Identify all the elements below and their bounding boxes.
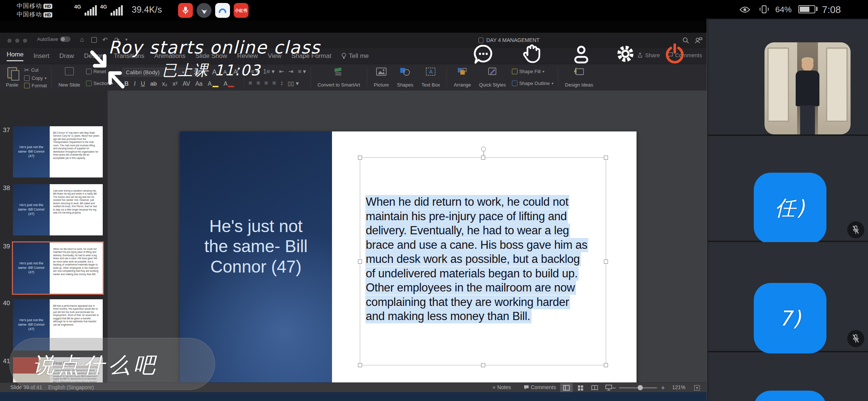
tab-view[interactable]: View: [268, 52, 282, 60]
slide-thumbnail-37[interactable]: He's just not the same- Bill Connor (47)…: [13, 126, 103, 177]
section-button[interactable]: Section▾: [86, 81, 113, 86]
undo-icon[interactable]: ↶: [102, 36, 108, 44]
resize-handle-se[interactable]: [604, 363, 608, 367]
text-box-button[interactable]: A Text Box: [419, 66, 442, 89]
tab-transitions[interactable]: Transitions: [114, 52, 144, 60]
participant-tile-caoxinxin[interactable]: 任): [708, 136, 868, 241]
italic-button[interactable]: I: [132, 81, 137, 87]
arrange-button[interactable]: Arrange: [451, 66, 473, 89]
indent-icon[interactable]: ⇥: [289, 68, 293, 75]
columns-icon[interactable]: ▯▯ ▾: [287, 80, 299, 87]
lightbulb-icon: [341, 53, 346, 59]
reading-view-button[interactable]: [588, 383, 601, 392]
underline-button[interactable]: U: [139, 81, 147, 87]
participant-tile-teacher[interactable]: [708, 19, 868, 134]
convert-smartart-button[interactable]: Convert to SmartArt: [315, 66, 362, 89]
clear-formatting-button[interactable]: A̸: [231, 69, 239, 75]
outdent-icon[interactable]: ⇤: [279, 68, 284, 75]
slide-canvas[interactable]: He's just not the same- Bill Connor (47): [180, 131, 637, 387]
slide-sorter-view-button[interactable]: [574, 383, 587, 392]
cut-button[interactable]: ✂Cut: [24, 66, 47, 74]
window-zoom-button[interactable]: [23, 39, 27, 43]
comments-toggle-button[interactable]: Comments: [524, 384, 556, 390]
redo-icon[interactable]: ↷: [114, 36, 119, 44]
resize-handle-w[interactable]: [358, 260, 362, 264]
slide-thumbnail-39-selected[interactable]: He's just not the same- Bill Connor (47)…: [13, 242, 103, 294]
bullets-icon[interactable]: •≡ ▾: [249, 68, 259, 75]
character-spacing-button[interactable]: AV: [181, 81, 192, 87]
window-minimize-button[interactable]: [15, 39, 19, 43]
align-center-icon[interactable]: ≡: [256, 80, 260, 87]
participant-tile-limengju[interactable]: [708, 352, 868, 401]
reset-button[interactable]: Reset: [86, 69, 113, 74]
subscript-button[interactable]: x₂: [160, 81, 169, 87]
increase-font-button[interactable]: A: [210, 68, 218, 76]
notes-toggle-button[interactable]: ≡ Notes: [493, 384, 511, 390]
leave-power-icon[interactable]: [662, 42, 685, 65]
shape-fill-button[interactable]: Shape Fill▾: [512, 69, 553, 74]
numbering-icon[interactable]: 1≡ ▾: [263, 68, 275, 75]
font-color-button[interactable]: A: [222, 81, 236, 87]
tab-shape-format[interactable]: Shape Format: [291, 52, 331, 60]
resize-handle-e[interactable]: [604, 260, 608, 264]
align-left-icon[interactable]: ≡: [249, 80, 252, 87]
participants-icon[interactable]: [570, 43, 593, 66]
zoom-in-button[interactable]: +: [661, 384, 665, 392]
tab-slide-show[interactable]: Slide Show: [195, 52, 227, 60]
bold-button[interactable]: B: [122, 81, 131, 87]
home-icon[interactable]: ⌂: [80, 36, 84, 43]
participant-tile-cuichaoying[interactable]: 7): [708, 242, 868, 351]
save-icon[interactable]: [91, 37, 97, 43]
autosave-toggle[interactable]: AutoSave: [37, 36, 70, 42]
quick-styles-button[interactable]: Quick Styles: [477, 66, 508, 89]
resize-handle-nw[interactable]: [358, 156, 362, 160]
tab-home[interactable]: Home: [7, 51, 23, 61]
selected-text-box[interactable]: When he did return to work, he could not…: [360, 157, 606, 365]
shapes-button[interactable]: Shapes: [395, 66, 415, 89]
zoom-slider-knob[interactable]: [638, 385, 643, 390]
chat-icon[interactable]: [472, 43, 495, 66]
tab-design[interactable]: Design: [84, 52, 104, 60]
decrease-font-button[interactable]: A: [221, 69, 228, 75]
resize-handle-ne[interactable]: [604, 156, 608, 160]
raise-hand-icon[interactable]: [520, 42, 543, 65]
format-painter-button[interactable]: Format: [24, 83, 47, 88]
zoom-level-label[interactable]: 121%: [672, 384, 685, 390]
resize-handle-n[interactable]: [481, 156, 485, 160]
window-close-button[interactable]: [7, 39, 11, 43]
text-direction-icon[interactable]: ≡ ▾: [298, 68, 306, 75]
tab-insert[interactable]: Insert: [33, 52, 49, 60]
share-button[interactable]: Share: [637, 52, 660, 58]
shape-outline-button[interactable]: Shape Outline▾: [512, 81, 553, 86]
participant-avatar: 任): [754, 173, 826, 244]
tab-review[interactable]: Review: [237, 52, 258, 60]
message-input-bubble[interactable]: 说点什么吧: [9, 338, 215, 390]
resize-handle-sw[interactable]: [358, 363, 362, 367]
justify-icon[interactable]: ≡: [272, 80, 276, 87]
change-case-button[interactable]: Aa: [193, 81, 204, 87]
picture-button[interactable]: Picture: [372, 66, 391, 89]
line-spacing-icon[interactable]: ↕: [280, 80, 283, 87]
fit-to-window-button[interactable]: [691, 383, 703, 392]
align-right-icon[interactable]: ≡: [264, 80, 268, 87]
tab-draw[interactable]: Draw: [59, 52, 74, 60]
tell-me-button[interactable]: Tell me: [341, 52, 369, 60]
resize-handle-s[interactable]: [481, 363, 485, 367]
normal-view-button[interactable]: [560, 383, 573, 392]
settings-gear-icon[interactable]: [614, 42, 637, 65]
superscript-button[interactable]: x²: [171, 81, 179, 87]
font-name-select[interactable]: Calibri (Body)▾: [122, 68, 187, 76]
toolbar-dropdown-icon[interactable]: ▾: [125, 37, 128, 42]
slide-thumbnail-38[interactable]: He's just not the same- Bill Connor (47)…: [13, 184, 103, 235]
zoom-out-button[interactable]: −: [612, 384, 616, 392]
strikethrough-button[interactable]: ab: [148, 81, 159, 87]
highlight-color-button[interactable]: A: [206, 81, 220, 87]
paste-button[interactable]: Paste: [4, 66, 20, 89]
font-size-select[interactable]: 28▾: [190, 68, 207, 76]
presenter-icon[interactable]: [694, 36, 703, 46]
tab-animations[interactable]: Animations: [154, 52, 185, 60]
design-ideas-button[interactable]: Design Ideas: [563, 66, 595, 89]
new-slide-button[interactable]: New Slide: [56, 66, 82, 89]
copy-button[interactable]: Copy▾: [24, 75, 47, 81]
rotate-handle[interactable]: [481, 147, 486, 151]
